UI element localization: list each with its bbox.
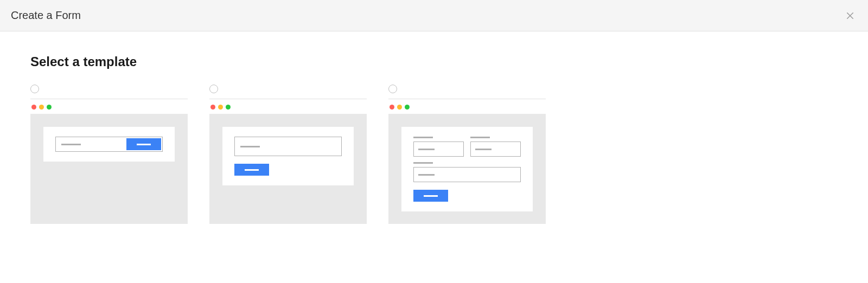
radio-icon[interactable]	[209, 85, 218, 93]
preview-input	[56, 144, 125, 145]
modal-header: Create a Form	[0, 0, 868, 31]
label-line-icon	[470, 137, 490, 138]
preview-button	[126, 138, 161, 150]
close-button[interactable]	[843, 9, 857, 23]
placeholder-line-icon	[240, 146, 260, 147]
window-traffic-lights	[30, 104, 188, 114]
template-option-multi[interactable]	[388, 85, 546, 224]
placeholder-line-icon	[475, 149, 492, 150]
window-traffic-lights	[209, 104, 367, 114]
traffic-light-yellow-icon	[218, 105, 223, 110]
preview-button	[413, 190, 448, 202]
preview-form-row	[413, 137, 521, 157]
template-preview	[388, 114, 546, 224]
window-traffic-lights	[388, 104, 546, 114]
placeholder-line-icon	[61, 144, 81, 145]
preview-button	[234, 164, 269, 176]
traffic-light-green-icon	[405, 105, 410, 110]
preview-inner	[43, 127, 175, 162]
label-line-icon	[413, 162, 433, 164]
placeholder-line-icon	[418, 174, 435, 176]
traffic-light-yellow-icon	[39, 105, 44, 110]
templates-row	[30, 85, 838, 224]
traffic-light-green-icon	[47, 105, 52, 110]
preview-input	[413, 167, 521, 182]
template-radio-row	[388, 85, 546, 99]
traffic-light-red-icon	[31, 105, 36, 110]
preview-form-grid	[413, 137, 521, 202]
preview-inline-input-group	[55, 137, 163, 152]
template-preview	[30, 114, 188, 224]
preview-input	[234, 137, 342, 156]
traffic-light-red-icon	[210, 105, 215, 110]
modal-content: Select a template	[0, 31, 868, 247]
close-icon	[845, 11, 855, 21]
section-title: Select a template	[30, 54, 838, 69]
button-label-line-icon	[137, 144, 151, 145]
template-preview	[209, 114, 367, 224]
preview-field	[413, 137, 464, 157]
traffic-light-green-icon	[226, 105, 231, 110]
radio-icon[interactable]	[30, 85, 39, 93]
preview-input	[470, 142, 521, 157]
preview-inner	[222, 127, 354, 185]
label-line-icon	[413, 137, 433, 138]
traffic-light-red-icon	[390, 105, 394, 110]
preview-inner	[401, 127, 533, 211]
button-label-line-icon	[424, 195, 438, 197]
template-option-stacked[interactable]	[209, 85, 367, 224]
radio-icon[interactable]	[388, 85, 397, 93]
template-radio-row	[30, 85, 188, 99]
preview-field	[470, 137, 521, 157]
placeholder-line-icon	[418, 149, 435, 150]
traffic-light-yellow-icon	[397, 105, 402, 110]
template-radio-row	[209, 85, 367, 99]
button-label-line-icon	[245, 169, 259, 171]
preview-field	[413, 162, 521, 182]
template-option-inline[interactable]	[30, 85, 188, 224]
modal-title: Create a Form	[11, 9, 81, 22]
preview-input	[413, 142, 464, 157]
